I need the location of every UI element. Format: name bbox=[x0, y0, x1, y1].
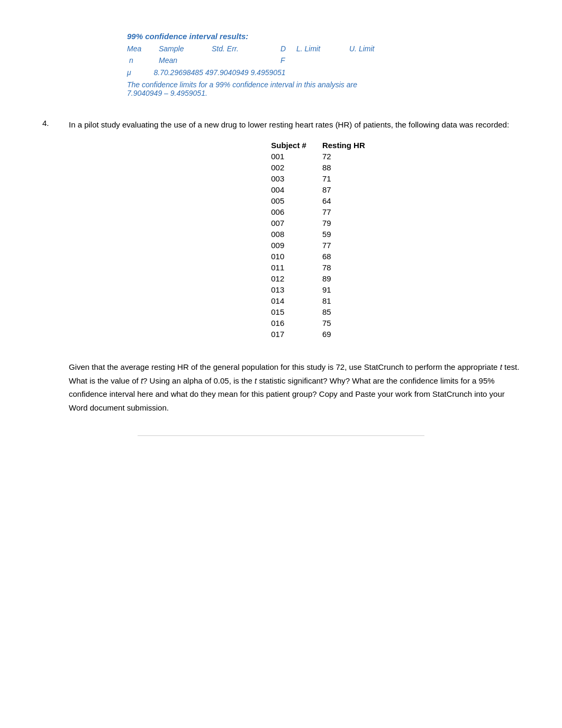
question-4-content: In a pilot study evaluating the use of a… bbox=[69, 119, 520, 414]
cell-subject: 005 bbox=[271, 195, 322, 206]
cell-resting-hr: 88 bbox=[322, 162, 381, 173]
table-row: 01068 bbox=[271, 251, 381, 262]
cell-resting-hr: 77 bbox=[322, 206, 381, 217]
confidence-interval-section: 99% confidence interval results: Mea Sam… bbox=[127, 32, 520, 97]
table-row: 00172 bbox=[271, 151, 381, 162]
table-row: 01585 bbox=[271, 306, 381, 317]
cell-resting-hr: 68 bbox=[322, 251, 381, 262]
ci-n-label: n bbox=[127, 54, 159, 66]
ci-blank-stderr bbox=[212, 54, 280, 66]
ci-header-sample: Sample bbox=[159, 43, 212, 54]
cell-subject: 014 bbox=[271, 295, 322, 306]
cell-resting-hr: 59 bbox=[322, 229, 381, 240]
table-row: 00288 bbox=[271, 162, 381, 173]
cell-resting-hr: 87 bbox=[322, 184, 381, 195]
ci-header-stderr: Std. Err. bbox=[212, 43, 280, 54]
table-row: 00487 bbox=[271, 184, 381, 195]
cell-resting-hr: 91 bbox=[322, 284, 381, 295]
table-header-row: Subject # Resting HR bbox=[271, 140, 381, 151]
col-header-subject: Subject # bbox=[271, 140, 322, 151]
cell-resting-hr: 69 bbox=[322, 329, 381, 340]
cell-subject: 003 bbox=[271, 173, 322, 184]
ci-mean-label: Mean bbox=[159, 54, 212, 66]
data-table-wrapper: Subject # Resting HR 0017200288003710048… bbox=[132, 140, 520, 352]
table-row: 01675 bbox=[271, 317, 381, 329]
cell-resting-hr: 78 bbox=[322, 262, 381, 273]
ci-mu-values: 8.70.29698485 497.9040949 9.4959051 bbox=[133, 68, 286, 77]
question-4-bottom-text: Given that the average resting HR of the… bbox=[69, 360, 520, 414]
cell-subject: 010 bbox=[271, 251, 322, 262]
table-row: 00371 bbox=[271, 173, 381, 184]
ci-header-llimit: L. Limit bbox=[296, 43, 349, 54]
cell-subject: 008 bbox=[271, 229, 322, 240]
ci-mu-label: μ bbox=[127, 68, 131, 77]
cell-subject: 001 bbox=[271, 151, 322, 162]
page-divider bbox=[138, 435, 424, 436]
cell-resting-hr: 77 bbox=[322, 240, 381, 251]
ci-note-line1: The confidence limits for a 99% confiden… bbox=[127, 80, 357, 89]
question-number-4: 4. bbox=[42, 119, 58, 414]
cell-subject: 012 bbox=[271, 273, 322, 284]
cell-resting-hr: 81 bbox=[322, 295, 381, 306]
table-row: 01769 bbox=[271, 329, 381, 340]
ci-row-n: n Mean F bbox=[127, 54, 520, 66]
cell-resting-hr: 64 bbox=[322, 195, 381, 206]
cell-subject: 011 bbox=[271, 262, 322, 273]
ci-note-line2: 7.9040949 – 9.4959051. bbox=[127, 89, 207, 97]
cell-subject: 007 bbox=[271, 217, 322, 229]
cell-subject: 017 bbox=[271, 329, 322, 340]
ci-f-label: F bbox=[280, 54, 296, 66]
table-row: 01391 bbox=[271, 284, 381, 295]
ci-table-header: Mea Sample Std. Err. D L. Limit U. Limit bbox=[127, 43, 520, 54]
cell-resting-hr: 85 bbox=[322, 306, 381, 317]
table-row: 00859 bbox=[271, 229, 381, 240]
ci-note: The confidence limits for a 99% confiden… bbox=[127, 80, 402, 97]
data-table: Subject # Resting HR 0017200288003710048… bbox=[271, 140, 381, 340]
ci-title: 99% confidence interval results: bbox=[127, 32, 520, 41]
ci-row-mu: μ 8.70.29698485 497.9040949 9.4959051 bbox=[127, 67, 520, 78]
cell-subject: 009 bbox=[271, 240, 322, 251]
cell-subject: 006 bbox=[271, 206, 322, 217]
col-header-resting-hr: Resting HR bbox=[322, 140, 381, 151]
table-row: 01481 bbox=[271, 295, 381, 306]
table-row: 00564 bbox=[271, 195, 381, 206]
cell-subject: 002 bbox=[271, 162, 322, 173]
ci-header-mea: Mea bbox=[127, 43, 159, 54]
question-4-intro: In a pilot study evaluating the use of a… bbox=[69, 119, 520, 131]
cell-subject: 015 bbox=[271, 306, 322, 317]
cell-resting-hr: 79 bbox=[322, 217, 381, 229]
table-row: 01289 bbox=[271, 273, 381, 284]
ci-header-ulimit: U. Limit bbox=[349, 43, 402, 54]
cell-resting-hr: 72 bbox=[322, 151, 381, 162]
cell-resting-hr: 71 bbox=[322, 173, 381, 184]
cell-resting-hr: 89 bbox=[322, 273, 381, 284]
table-row: 00779 bbox=[271, 217, 381, 229]
cell-resting-hr: 75 bbox=[322, 317, 381, 329]
table-row: 01178 bbox=[271, 262, 381, 273]
question-4-block: 4. In a pilot study evaluating the use o… bbox=[42, 119, 520, 414]
cell-subject: 004 bbox=[271, 184, 322, 195]
ci-header-d: D bbox=[280, 43, 296, 54]
cell-subject: 016 bbox=[271, 317, 322, 329]
table-row: 00977 bbox=[271, 240, 381, 251]
table-row: 00677 bbox=[271, 206, 381, 217]
ci-table: Mea Sample Std. Err. D L. Limit U. Limit… bbox=[127, 43, 520, 78]
cell-subject: 013 bbox=[271, 284, 322, 295]
